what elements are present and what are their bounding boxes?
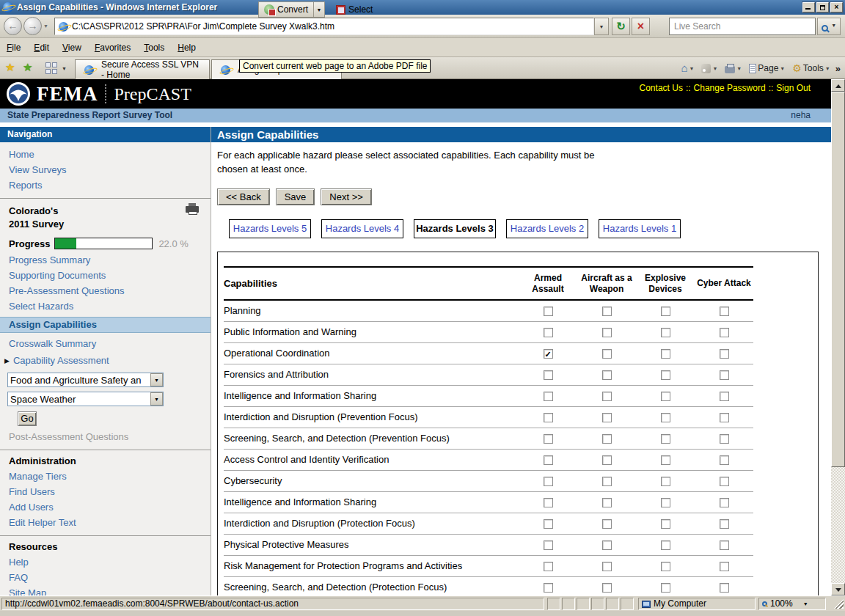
search-button[interactable]: ▼ <box>817 18 841 35</box>
sidebar-item-capability-assessment[interactable]: Capability Assessment <box>13 353 109 368</box>
quick-tabs-icon[interactable] <box>45 62 57 74</box>
select-button[interactable]: Select <box>331 1 378 18</box>
tools-dropdown-icon[interactable]: ▼ <box>825 66 830 71</box>
feeds-dropdown-icon[interactable]: ▼ <box>712 66 717 71</box>
header-link[interactable]: Contact Us <box>640 83 683 93</box>
capability-checkbox[interactable] <box>661 307 670 316</box>
capability-checkbox[interactable] <box>720 392 729 401</box>
hazard-dropdown[interactable]: Space Weather ▼ <box>7 392 164 406</box>
capability-checkbox[interactable] <box>661 498 670 507</box>
tools-menu-button[interactable]: ⚙ Tools ▼ <box>790 63 833 73</box>
home-button[interactable]: ⌂ ▼ <box>678 63 696 73</box>
hazard-level-tab[interactable]: Hazards Levels 4 <box>321 219 403 238</box>
capability-checkbox[interactable] <box>720 307 729 316</box>
capability-checkbox[interactable] <box>720 349 729 359</box>
feeds-button[interactable]: ▼ <box>699 64 720 73</box>
minimize-button[interactable] <box>802 2 815 12</box>
capability-checkbox[interactable] <box>602 498 612 507</box>
menu-item[interactable]: Help <box>171 39 202 56</box>
capability-checkbox[interactable] <box>544 455 553 465</box>
menu-item[interactable]: Tools <box>137 39 171 56</box>
capability-checkbox[interactable] <box>544 307 553 316</box>
sidebar-link[interactable]: Add Users <box>0 499 211 515</box>
zoom-pane[interactable]: 100% ▼ <box>758 598 826 610</box>
capability-checkbox[interactable] <box>602 540 612 550</box>
sidebar-link[interactable]: Select Hazards <box>0 298 211 314</box>
capability-checkbox[interactable] <box>602 562 612 571</box>
toolbar-overflow-icon[interactable]: » <box>835 63 841 74</box>
capability-checkbox[interactable] <box>602 307 612 316</box>
capability-checkbox[interactable] <box>720 328 729 337</box>
close-button[interactable]: × <box>830 2 843 12</box>
capability-checkbox[interactable] <box>720 455 729 465</box>
save-button[interactable]: Save <box>276 188 315 205</box>
capability-checkbox[interactable] <box>661 349 670 359</box>
home-dropdown-icon[interactable]: ▼ <box>689 66 694 71</box>
sidebar-link[interactable]: View Surveys <box>0 162 211 177</box>
capability-checkbox[interactable] <box>661 392 670 401</box>
hazard-level-tab[interactable]: Hazards Levels 3 <box>414 219 496 238</box>
print-dropdown-icon[interactable]: ▼ <box>736 66 742 71</box>
capability-checkbox[interactable] <box>720 370 729 380</box>
sidebar-link[interactable]: Manage Tiers <box>0 469 211 484</box>
browser-tab-ssl-vpn[interactable]: Secure Access SSL VPN - Home <box>75 59 210 79</box>
sidebar-item-crosswalk-summary[interactable]: Crosswalk Summary <box>0 336 211 351</box>
header-link[interactable]: Change Password <box>694 83 766 93</box>
add-favorite-icon[interactable]: ★ <box>23 61 32 74</box>
menu-item[interactable]: View <box>56 39 88 56</box>
hazard-level-tab[interactable]: Hazards Levels 1 <box>599 219 681 238</box>
capability-checkbox[interactable] <box>544 562 553 571</box>
forward-icon[interactable]: → <box>23 17 42 35</box>
scrollbar-thumb[interactable] <box>831 92 845 467</box>
capability-checkbox[interactable] <box>544 328 553 337</box>
capability-checkbox[interactable] <box>544 540 553 550</box>
page-menu-button[interactable]: Page ▼ <box>747 63 787 73</box>
capability-checkbox[interactable] <box>602 434 612 444</box>
tab-list-dropdown-icon[interactable]: ▼ <box>62 66 67 71</box>
capability-checkbox[interactable] <box>544 413 553 422</box>
capability-checkbox[interactable] <box>720 540 729 550</box>
search-dropdown-icon[interactable]: ▼ <box>831 23 836 28</box>
menu-item[interactable]: Favorites <box>88 39 137 56</box>
capability-checkbox[interactable] <box>720 413 729 422</box>
scroll-down-icon[interactable] <box>831 583 845 595</box>
capability-checkbox[interactable] <box>720 434 729 444</box>
menu-item[interactable]: File <box>0 39 27 56</box>
stop-icon[interactable]: × <box>632 18 650 35</box>
sidebar-link[interactable]: FAQ <box>0 570 211 585</box>
capability-checkbox[interactable] <box>602 349 612 359</box>
back-icon[interactable]: ← <box>4 17 22 35</box>
capability-checkbox[interactable] <box>602 392 612 401</box>
capability-checkbox[interactable]: ✓ <box>544 349 553 359</box>
back-button[interactable]: << Back <box>217 188 270 205</box>
capability-checkbox[interactable] <box>720 519 729 529</box>
capability-checkbox[interactable] <box>661 477 670 486</box>
sidebar-link[interactable]: Supporting Documents <box>0 268 211 283</box>
next-button[interactable]: Next >> <box>321 188 372 205</box>
capability-checkbox[interactable] <box>661 434 670 444</box>
vertical-scrollbar[interactable] <box>831 79 845 595</box>
capability-checkbox[interactable] <box>544 370 553 380</box>
convert-button[interactable]: Convert <box>258 1 314 18</box>
search-input[interactable] <box>670 18 815 34</box>
header-link[interactable]: Sign Out <box>776 83 811 93</box>
sidebar-link[interactable]: Site Map <box>0 585 211 595</box>
capability-checkbox[interactable] <box>544 434 553 444</box>
sidebar-link[interactable]: Progress Summary <box>0 252 211 268</box>
capability-checkbox[interactable] <box>661 540 670 550</box>
capability-checkbox[interactable] <box>720 477 729 486</box>
chevron-down-icon[interactable]: ▼ <box>150 373 163 386</box>
hazard-level-tab[interactable]: Hazards Levels 2 <box>506 219 588 238</box>
capability-checkbox[interactable] <box>544 519 553 529</box>
capability-checkbox[interactable] <box>720 498 729 507</box>
capability-checkbox[interactable] <box>661 328 670 337</box>
sidebar-link[interactable]: Help <box>0 554 211 570</box>
address-dropdown-icon[interactable]: ▼ <box>594 18 609 35</box>
capability-checkbox[interactable] <box>602 519 612 529</box>
capability-checkbox[interactable] <box>661 583 670 593</box>
history-dropdown-icon[interactable]: ▼ <box>43 23 48 29</box>
capability-checkbox[interactable] <box>661 562 670 571</box>
page-dropdown-icon[interactable]: ▼ <box>780 66 785 71</box>
capability-checkbox[interactable] <box>720 583 729 593</box>
print-button[interactable]: ▼ <box>723 64 744 73</box>
